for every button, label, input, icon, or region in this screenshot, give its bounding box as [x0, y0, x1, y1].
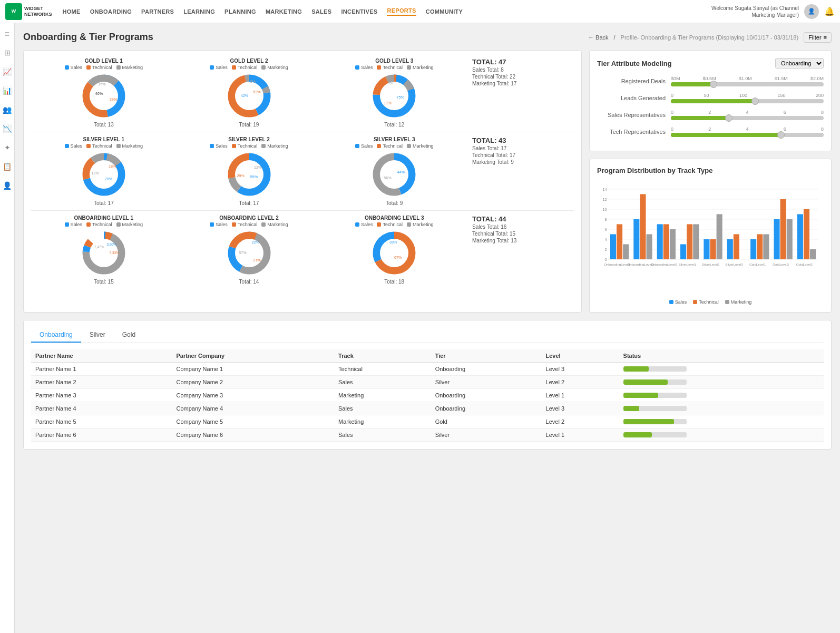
sidebar-user-icon[interactable]: 👤: [2, 180, 13, 191]
svg-text:14: 14: [602, 188, 607, 192]
svg-rect-77: [623, 244, 629, 259]
nav-item-marketing[interactable]: MARKETING: [266, 8, 302, 15]
svg-text:53%: 53%: [253, 90, 261, 94]
top-navigation: W WIDGETNETWORKS HOMEONBOARDINGPARTNERSL…: [0, 0, 840, 23]
svg-rect-83: [657, 224, 663, 259]
gold-sales: Sales Total: 8: [472, 67, 574, 73]
gold2-legend: Sales Technical Marketing: [210, 65, 288, 70]
table-cell: Partner Name 4: [31, 402, 172, 415]
gold2-donut: 42% 53% 5%: [226, 72, 273, 120]
sidebar-people-icon[interactable]: 👥: [2, 104, 13, 115]
filter-button[interactable]: Filter ≡: [804, 32, 832, 43]
nav-item-learning[interactable]: LEARNING: [183, 8, 215, 15]
table-cell: Company Name 1: [172, 363, 334, 376]
table-cell: Company Name 3: [172, 389, 334, 402]
svg-point-17: [380, 82, 408, 110]
svg-text:2: 2: [604, 248, 607, 252]
sidebar-home-icon[interactable]: ⊞: [2, 47, 13, 58]
gold-total: TOTAL: 47: [472, 58, 574, 66]
svg-text:46%: 46%: [95, 91, 103, 96]
sidebar-doc-icon[interactable]: 📋: [2, 161, 13, 172]
table-row: Partner Name 5Company Name 5MarketingGol…: [31, 415, 824, 429]
sidebar-reports-icon[interactable]: 📊: [2, 85, 13, 96]
table-row: Partner Name 6Company Name 6SalesSilverL…: [31, 429, 824, 442]
slider-thumb-0[interactable]: [710, 81, 717, 88]
svg-text:GoldLevel3: GoldLevel3: [796, 262, 813, 266]
svg-text:7,47%: 7,47%: [94, 245, 104, 249]
svg-text:44%: 44%: [397, 170, 405, 174]
tab-onboarding[interactable]: Onboarding: [31, 328, 81, 343]
logo-text: W: [12, 9, 16, 14]
svg-rect-93: [717, 214, 722, 259]
svg-text:GoldLevel1: GoldLevel1: [749, 262, 766, 266]
sidebar-menu-icon[interactable]: ☰: [2, 28, 13, 39]
nav-item-sales[interactable]: SALES: [311, 8, 331, 15]
onboarding-total: TOTAL: 44: [472, 215, 574, 223]
table-cell: Partner Name 1: [31, 363, 172, 376]
svg-rect-89: [693, 224, 699, 259]
table-cell: [619, 363, 824, 376]
partner-table: Partner NamePartner CompanyTrackTierLeve…: [31, 349, 824, 442]
silver-level-3-cell: SILVER LEVEL 3 Sales Technical Marketing…: [321, 137, 467, 206]
sidebar-star-icon[interactable]: ✦: [2, 142, 13, 153]
tab-silver[interactable]: Silver: [81, 328, 114, 343]
table-cell: Partner Name 3: [31, 389, 172, 402]
slider-track-0[interactable]: [671, 82, 824, 86]
slider-track-2[interactable]: [671, 116, 824, 120]
nav-item-incentives[interactable]: INCENTIVES: [341, 8, 377, 15]
nav-item-onboarding[interactable]: ONBOARDING: [90, 8, 132, 15]
slider-track-3[interactable]: [671, 133, 824, 137]
slider-label-0: Registered Deals: [597, 78, 666, 84]
brand-name: WIDGETNETWORKS: [24, 6, 52, 17]
table-row: Partner Name 1Company Name 1TechnicalOnb…: [31, 363, 824, 376]
nav-item-reports[interactable]: REPORTS: [387, 7, 416, 16]
gold2-title: GOLD LEVEL 2: [230, 58, 268, 64]
table-cell: Sales: [334, 429, 431, 442]
main-layout: ☰ ⊞ 📈 📊 👥 📉 ✦ 📋 👤 Onboarding & Tier Prog…: [0, 23, 840, 633]
gold3-donut: 75% 17% 8%: [370, 72, 418, 120]
table-cell: Marketing: [334, 389, 431, 402]
svg-rect-107: [804, 209, 809, 259]
table-cell: Company Name 6: [172, 429, 334, 442]
svg-rect-99: [757, 234, 763, 259]
col-header-partner-name: Partner Name: [31, 349, 172, 363]
nav-item-community[interactable]: COMMUNITY: [426, 8, 463, 15]
back-link[interactable]: ← Back: [588, 34, 609, 41]
onboard-level-1-cell: ONBOARDING LEVEL 1 Sales Technical Marke…: [31, 215, 177, 285]
svg-text:OnboardingLevel1: OnboardingLevel1: [604, 262, 631, 266]
svg-text:OnboardingLevel3: OnboardingLevel3: [651, 262, 678, 266]
slider-thumb-2[interactable]: [725, 114, 732, 122]
tier-select[interactable]: Onboarding Silver Gold: [775, 58, 824, 69]
sidebar-chart-icon[interactable]: 📈: [2, 66, 13, 77]
page-header: Onboarding & Tier Programs ← Back / Prof…: [23, 32, 832, 43]
slider-thumb-1[interactable]: [751, 98, 759, 105]
nav-item-partners[interactable]: PARTNERS: [141, 8, 174, 15]
gold-level-1-cell: GOLD LEVEL 1 Sales Technical Marketing 4…: [31, 58, 177, 128]
svg-text:67%: 67%: [394, 255, 402, 260]
sidebar-stats-icon[interactable]: 📉: [2, 123, 13, 134]
notification-bell-icon[interactable]: 🔔: [824, 6, 835, 16]
gold-level-3-cell: GOLD LEVEL 3 Sales Technical Marketing 7…: [321, 58, 467, 128]
tabs-row: OnboardingSilverGold: [31, 328, 824, 343]
nav-item-planning[interactable]: PLANNING: [224, 8, 256, 15]
nav-menu: HOMEONBOARDINGPARTNERSLEARNINGPLANNINGMA…: [63, 7, 705, 16]
onboard1-donut: 7,47% 3,20% 5,33%: [80, 229, 128, 277]
svg-rect-96: [734, 234, 739, 259]
svg-point-10: [235, 82, 263, 110]
gold-summary-cell: TOTAL: 47 Sales Total: 8 Technical Total…: [467, 58, 574, 86]
left-sidebar: ☰ ⊞ 📈 📊 👥 📉 ✦ 📋 👤: [0, 23, 15, 633]
svg-rect-106: [797, 214, 803, 259]
breadcrumb-separator: /: [614, 34, 616, 41]
avatar[interactable]: 👤: [804, 4, 819, 19]
nav-item-home[interactable]: HOME: [63, 8, 81, 15]
svg-rect-102: [774, 219, 779, 259]
slider-thumb-3[interactable]: [777, 131, 785, 139]
sliders-container: Registered Deals$0M$0.5M$1.0M$1.5M$2.0ML…: [597, 76, 824, 137]
gold3-total: Total: 12: [384, 122, 404, 128]
svg-text:18%: 18%: [109, 164, 116, 169]
tab-gold[interactable]: Gold: [114, 328, 144, 343]
slider-track-1[interactable]: [671, 99, 824, 103]
silver2-donut: 59% 12% 29%: [226, 151, 273, 198]
onboard-level-2-cell: ONBOARDING LEVEL 2 Sales Technical Marke…: [177, 215, 322, 285]
table-cell: [619, 376, 824, 389]
